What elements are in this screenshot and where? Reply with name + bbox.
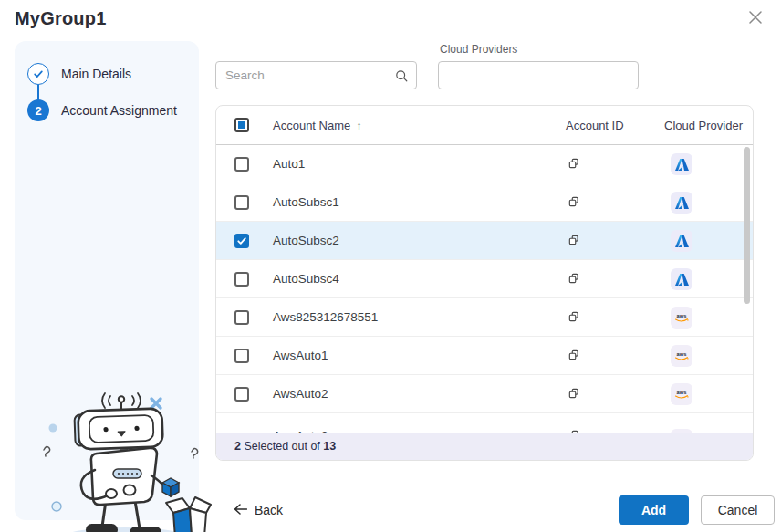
sort-ascending-icon[interactable]: ↑ — [356, 119, 362, 132]
account-name: AutoSubsc4 — [273, 272, 339, 286]
column-header-account-id: Account ID — [566, 119, 624, 132]
cloud-providers-label: Cloud Providers — [440, 43, 517, 56]
step-label: Account Assignment — [61, 103, 177, 118]
copy-icon — [568, 310, 580, 326]
back-arrow-icon — [234, 503, 247, 517]
copy-account-id-button[interactable] — [568, 195, 580, 211]
cloud-provider-icon — [671, 230, 692, 252]
cloud-providers-input[interactable] — [438, 61, 639, 89]
copy-icon — [568, 387, 580, 402]
row-checkbox[interactable] — [234, 349, 249, 363]
copy-account-id-button[interactable] — [568, 234, 580, 249]
account-name: AwsAuto1 — [273, 349, 328, 362]
row-checkbox[interactable] — [234, 157, 249, 172]
copy-icon — [568, 195, 580, 211]
copy-account-id-button[interactable] — [568, 310, 580, 326]
copy-account-id-button[interactable] — [568, 349, 580, 364]
table-row[interactable]: Auto1 — [216, 145, 753, 183]
selected-count: 2 — [234, 440, 241, 453]
account-name: AutoSubsc1 — [273, 195, 339, 209]
svg-text:aws: aws — [677, 313, 687, 318]
copy-icon — [568, 157, 580, 172]
row-checkbox[interactable] — [234, 195, 249, 210]
column-header-cloud-provider: Cloud Provider — [664, 119, 743, 132]
account-name: AutoSubsc2 — [273, 234, 339, 247]
selection-summary: 2 Selected out of 13 — [216, 433, 753, 460]
step-main-details[interactable]: Main Details — [27, 63, 131, 85]
row-checkbox[interactable] — [234, 234, 249, 248]
table-row[interactable]: Aws825312678551 aws — [216, 298, 753, 337]
search-icon[interactable] — [394, 68, 409, 83]
stepper-connector — [37, 85, 39, 100]
account-name: Auto1 — [273, 157, 305, 171]
close-button[interactable] — [746, 9, 765, 27]
cloud-provider-icon — [671, 268, 692, 290]
cloud-provider-icon — [671, 192, 692, 214]
total-count: 13 — [323, 440, 336, 453]
table-row[interactable]: AwsAuto3 aws — [216, 413, 753, 433]
copy-icon — [568, 234, 580, 249]
row-checkbox[interactable] — [234, 387, 249, 402]
step-completed-check-icon — [27, 63, 49, 85]
select-all-checkbox[interactable] — [234, 118, 249, 132]
copy-account-id-button[interactable] — [568, 157, 580, 172]
svg-text:aws: aws — [677, 390, 687, 395]
copy-icon — [568, 349, 580, 364]
row-checkbox[interactable] — [234, 310, 249, 325]
step-number-badge: 2 — [27, 99, 49, 121]
robot-illustration — [38, 391, 212, 532]
cloud-provider-icon: aws — [671, 307, 692, 329]
copy-icon — [568, 272, 580, 287]
scrollbar-thumb[interactable] — [744, 147, 750, 304]
table-header: Account Name↑ Account ID Cloud Provider — [216, 106, 753, 145]
stepper-sidebar: Main Details 2 Account Assignment — [15, 41, 199, 520]
table-body: Auto1 AutoSubsc1 AutoSubsc2 — [216, 145, 753, 433]
back-button[interactable]: Back — [234, 503, 283, 517]
table-row[interactable]: AutoSubsc1 — [216, 183, 753, 222]
table-row[interactable]: AwsAuto2 aws — [216, 375, 753, 413]
cloud-provider-icon: aws — [671, 383, 692, 405]
step-account-assignment[interactable]: 2 Account Assignment — [27, 99, 177, 121]
svg-text:aws: aws — [677, 351, 687, 357]
group-dialog: MyGroup1 Main Details 2 Account Assignme… — [0, 0, 781, 532]
cloud-provider-icon: aws — [671, 345, 692, 367]
row-checkbox[interactable] — [234, 272, 249, 287]
table-row[interactable]: AutoSubsc4 — [216, 260, 753, 298]
table-row[interactable]: AutoSubsc2 — [216, 222, 753, 260]
close-icon — [748, 14, 763, 27]
accounts-table: Account Name↑ Account ID Cloud Provider … — [215, 105, 754, 461]
column-header-account-name[interactable]: Account Name↑ — [273, 119, 362, 132]
search-box — [215, 61, 417, 89]
search-input[interactable] — [216, 68, 394, 82]
copy-account-id-button[interactable] — [568, 387, 580, 402]
copy-account-id-button[interactable] — [568, 272, 580, 287]
account-name: Aws825312678551 — [273, 310, 378, 324]
page-title: MyGroup1 — [15, 8, 107, 29]
table-row[interactable]: AwsAuto1 aws — [216, 337, 753, 375]
step-label: Main Details — [61, 67, 131, 81]
add-button[interactable]: Add — [619, 495, 689, 525]
cloud-provider-icon — [671, 153, 692, 175]
cancel-button[interactable]: Cancel — [701, 495, 775, 525]
account-name: AwsAuto2 — [273, 387, 328, 401]
